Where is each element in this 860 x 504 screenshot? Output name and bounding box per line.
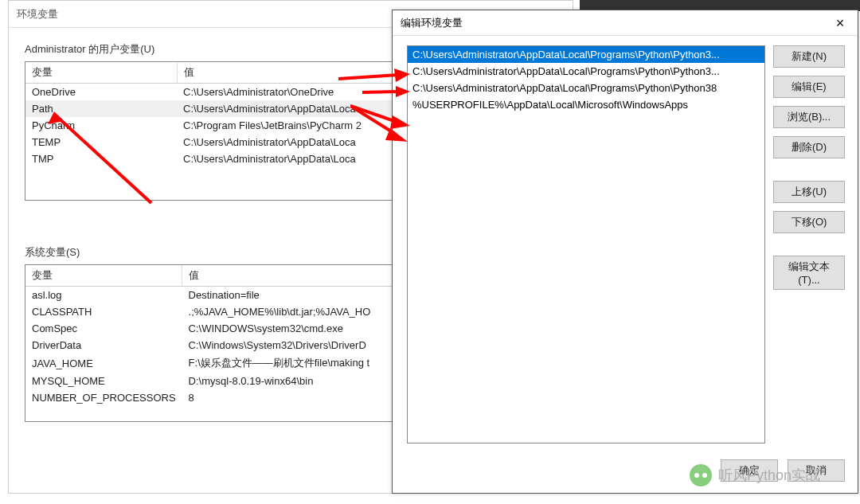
edit-title-text: 编辑环境变量	[401, 10, 463, 35]
wechat-icon	[690, 464, 712, 486]
var-name: asl.log	[25, 287, 182, 304]
col-header-var[interactable]: 变量	[25, 62, 177, 84]
move-down-button[interactable]: 下移(O)	[773, 211, 845, 233]
close-icon[interactable]: ×	[831, 10, 850, 35]
var-name: JAVA_HOME	[25, 354, 182, 373]
edit-button[interactable]: 编辑(E)	[773, 76, 845, 98]
edit-text-button[interactable]: 编辑文本(T)...	[773, 256, 845, 290]
var-name: MYSQL_HOME	[25, 373, 182, 389]
edit-env-variable-dialog: 编辑环境变量 × C:\Users\Administrator\AppData\…	[392, 10, 858, 494]
path-entries-list[interactable]: C:\Users\Administrator\AppData\Local\Pro…	[407, 45, 765, 443]
var-name: NUMBER_OF_PROCESSORS	[25, 389, 182, 406]
var-name: ComSpec	[25, 320, 182, 337]
move-up-button[interactable]: 上移(U)	[773, 181, 845, 203]
var-name: CLASSPATH	[25, 303, 182, 320]
list-item[interactable]: C:\Users\Administrator\AppData\Local\Pro…	[408, 80, 764, 96]
watermark: 听风Python实战	[690, 464, 820, 486]
env-title-text: 环境变量	[17, 1, 58, 27]
var-name: PyCharm	[25, 117, 177, 134]
var-name: TEMP	[25, 134, 177, 150]
var-name: DriverData	[25, 337, 182, 354]
list-item[interactable]: C:\Users\Administrator\AppData\Local\Pro…	[408, 63, 764, 80]
new-button[interactable]: 新建(N)	[773, 45, 845, 68]
col-header-var[interactable]: 变量	[25, 265, 182, 287]
var-name: OneDrive	[25, 84, 177, 101]
list-item[interactable]: %USERPROFILE%\AppData\Local\Microsoft\Wi…	[408, 96, 764, 113]
watermark-text: 听风Python实战	[718, 466, 820, 485]
list-item[interactable]: C:\Users\Administrator\AppData\Local\Pro…	[408, 46, 764, 63]
var-name: Path	[25, 100, 177, 117]
browse-button[interactable]: 浏览(B)...	[773, 106, 845, 128]
delete-button[interactable]: 删除(D)	[773, 136, 845, 158]
var-name: TMP	[25, 150, 177, 167]
side-buttons: 新建(N) 编辑(E) 浏览(B)... 删除(D) 上移(U) 下移(O) 编…	[773, 45, 845, 298]
edit-title-bar: 编辑环境变量 ×	[393, 10, 858, 36]
